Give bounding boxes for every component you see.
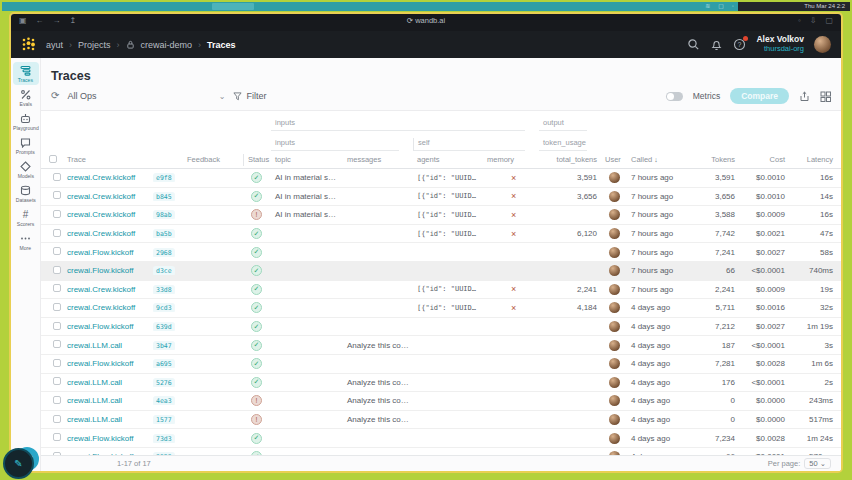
column-header-topic[interactable]: topic bbox=[271, 155, 343, 164]
downloads-icon[interactable]: ⇩ bbox=[810, 16, 817, 25]
recording-overlay-button[interactable]: ✎ bbox=[3, 448, 34, 479]
row-checkbox[interactable] bbox=[53, 266, 61, 274]
column-header-total_tokens[interactable]: total_tokens bbox=[539, 155, 601, 164]
table-row[interactable]: crewai.Flow.kickoff2968✓7 hours ago7,241… bbox=[41, 243, 841, 262]
column-header-user[interactable]: User bbox=[601, 155, 627, 164]
compare-button[interactable]: Compare bbox=[730, 88, 789, 104]
sidebar-item-playground[interactable]: Playground bbox=[13, 110, 39, 133]
table-row[interactable]: crewai.LLM.call3b47✓Analyze this conten.… bbox=[41, 336, 841, 355]
trace-id-badge[interactable]: a695 bbox=[153, 359, 175, 368]
notifications-bell-icon[interactable] bbox=[710, 38, 723, 51]
table-row[interactable]: crewai.LLM.call5276✓Analyze this conten.… bbox=[41, 374, 841, 393]
row-checkbox[interactable] bbox=[53, 247, 61, 255]
sidebar-item-evals[interactable]: Evals bbox=[13, 86, 39, 109]
row-checkbox[interactable] bbox=[53, 396, 61, 404]
table-row[interactable]: crewai.Crew.kickoff98ab!AI in material s… bbox=[41, 206, 841, 225]
trace-name-link[interactable]: crewai.Flow.kickoff bbox=[63, 434, 149, 443]
trace-id-badge[interactable]: d3ce bbox=[153, 266, 175, 275]
trace-id-badge[interactable]: 73d3 bbox=[153, 434, 175, 443]
column-header-agents[interactable]: agents bbox=[413, 155, 483, 164]
column-header-called[interactable]: Called ↓ bbox=[627, 155, 687, 164]
trace-name-link[interactable]: crewai.LLM.call bbox=[63, 378, 149, 387]
column-header-cost[interactable]: Cost bbox=[739, 155, 789, 164]
trace-name-link[interactable]: crewai.Crew.kickoff bbox=[63, 210, 149, 219]
trace-id-badge[interactable]: 4ea3 bbox=[153, 396, 175, 405]
help-icon[interactable]: ? bbox=[733, 38, 746, 51]
row-checkbox[interactable] bbox=[53, 340, 61, 348]
trace-id-badge[interactable]: 98ab bbox=[153, 210, 175, 219]
per-page-select[interactable]: 50 ⌄ bbox=[804, 458, 831, 469]
trace-name-link[interactable]: crewai.LLM.call bbox=[63, 341, 149, 350]
trace-name-link[interactable]: crewai.Flow.kickoff bbox=[63, 248, 149, 257]
sidebar-item-prompts[interactable]: Prompts bbox=[13, 134, 39, 157]
ops-select[interactable]: All Ops ⌄ bbox=[67, 91, 225, 101]
sidebar-item-more[interactable]: More bbox=[13, 230, 39, 253]
row-checkbox[interactable] bbox=[53, 191, 61, 199]
new-tab-icon[interactable]: ▢ bbox=[825, 16, 833, 25]
table-row[interactable]: crewai.Crew.kickoffe9f8✓AI in material s… bbox=[41, 169, 841, 188]
sidebar-item-scorers[interactable]: #Scorers bbox=[13, 206, 39, 229]
table-row[interactable]: crewai.Flow.kickoffd3ce✓7 hours ago66<$0… bbox=[41, 262, 841, 281]
trace-name-link[interactable]: crewai.Crew.kickoff bbox=[63, 192, 149, 201]
trace-name-link[interactable]: crewai.LLM.call bbox=[63, 396, 149, 405]
trace-name-link[interactable]: crewai.Crew.kickoff bbox=[63, 303, 149, 312]
row-checkbox[interactable] bbox=[53, 210, 61, 218]
filter-button[interactable]: Filter bbox=[233, 91, 266, 101]
trace-id-badge[interactable]: 5276 bbox=[153, 378, 175, 387]
sidebar-item-traces[interactable]: Traces bbox=[13, 62, 39, 85]
trace-id-badge[interactable]: 3b47 bbox=[153, 341, 175, 350]
columns-grid-icon[interactable] bbox=[820, 91, 831, 102]
trace-id-badge[interactable]: b845 bbox=[153, 192, 175, 201]
sidebar-item-models[interactable]: Models bbox=[13, 158, 39, 181]
row-checkbox[interactable] bbox=[53, 303, 61, 311]
wandb-logo-icon[interactable] bbox=[21, 37, 36, 52]
trace-name-link[interactable]: crewai.Crew.kickoff bbox=[63, 229, 149, 238]
column-header-trace[interactable]: Trace bbox=[63, 155, 183, 164]
breadcrumb-project[interactable]: crewai-demo bbox=[141, 40, 193, 50]
column-header-tokens[interactable]: Tokens bbox=[687, 155, 739, 164]
row-checkbox[interactable] bbox=[53, 284, 61, 292]
column-header-latency[interactable]: Latency bbox=[789, 155, 837, 164]
row-checkbox[interactable] bbox=[53, 359, 61, 367]
table-row[interactable]: crewai.Crew.kickoff33d8✓[{"id": "UUID('e… bbox=[41, 281, 841, 300]
row-checkbox[interactable] bbox=[53, 229, 61, 237]
table-row[interactable]: crewai.Crew.kickoffb845✓AI in material s… bbox=[41, 188, 841, 207]
reload-icon[interactable]: ⟳ bbox=[407, 16, 415, 25]
sidebar-item-datasets[interactable]: Datasets bbox=[13, 182, 39, 205]
table-row[interactable]: crewai.Flow.kickoffa695✓4 days ago7,281$… bbox=[41, 355, 841, 374]
row-checkbox[interactable] bbox=[53, 415, 61, 423]
user-info[interactable]: Alex Volkov thursdai-org bbox=[756, 35, 804, 53]
table-row[interactable]: crewai.Crew.kickoffba5b✓[{"id": "UUID('0… bbox=[41, 225, 841, 244]
breadcrumb-projects[interactable]: Projects bbox=[78, 40, 111, 50]
select-all-checkbox[interactable] bbox=[41, 155, 63, 165]
trace-name-link[interactable]: crewai.Crew.kickoff bbox=[63, 173, 149, 182]
breadcrumb-current[interactable]: Traces bbox=[207, 40, 236, 50]
table-row[interactable]: crewai.LLM.call4ea3!Analyze this conten.… bbox=[41, 392, 841, 411]
refresh-icon[interactable]: ⟳ bbox=[51, 91, 59, 101]
export-icon[interactable] bbox=[799, 91, 810, 102]
trace-name-link[interactable]: crewai.LLM.call bbox=[63, 415, 149, 424]
trace-id-badge[interactable]: 639d bbox=[153, 322, 175, 331]
table-row[interactable]: crewai.Crew.kickoff9cd3✓[{"id": "UUID('4… bbox=[41, 299, 841, 318]
trace-name-link[interactable]: crewai.Flow.kickoff bbox=[63, 266, 149, 275]
table-row[interactable]: crewai.LLM.call1577!Analyze this conten.… bbox=[41, 411, 841, 430]
trace-name-link[interactable]: crewai.Flow.kickoff bbox=[63, 322, 149, 331]
trace-id-badge[interactable]: 9cd3 bbox=[153, 303, 175, 312]
column-header-feedback[interactable]: Feedback bbox=[183, 155, 243, 164]
table-row[interactable]: crewai.Flow.kickoff639d✓4 days ago7,212$… bbox=[41, 318, 841, 337]
trace-id-badge[interactable]: 1577 bbox=[153, 415, 175, 424]
row-checkbox[interactable] bbox=[53, 433, 61, 441]
row-checkbox[interactable] bbox=[53, 173, 61, 181]
trace-id-badge[interactable]: e9f8 bbox=[153, 173, 175, 182]
trace-id-badge[interactable]: 2968 bbox=[153, 248, 175, 257]
trace-id-badge[interactable]: 33d8 bbox=[153, 285, 175, 294]
url-text[interactable]: wandb.ai bbox=[415, 16, 445, 25]
trace-id-badge[interactable]: ba5b bbox=[153, 229, 175, 238]
avatar[interactable] bbox=[814, 36, 831, 53]
trace-name-link[interactable]: crewai.Crew.kickoff bbox=[63, 285, 149, 294]
column-header-messages[interactable]: messages bbox=[343, 155, 413, 164]
table-row[interactable]: crewai.Flow.kickoff73d3✓4 days ago7,234$… bbox=[41, 429, 841, 448]
row-checkbox[interactable] bbox=[53, 377, 61, 385]
column-header-status[interactable]: Status bbox=[243, 154, 271, 166]
trace-name-link[interactable]: crewai.Flow.kickoff bbox=[63, 359, 149, 368]
